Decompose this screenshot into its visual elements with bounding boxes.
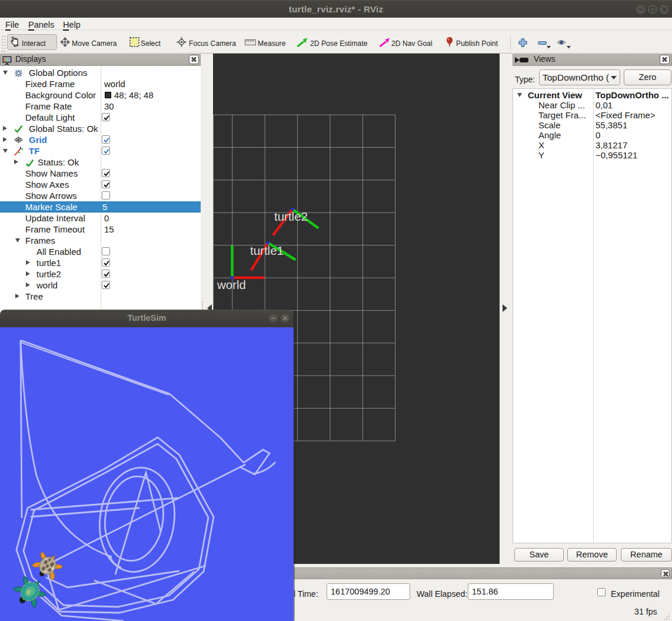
svg-text:turtle2: turtle2 (274, 210, 308, 223)
svg-text:turtle1: turtle1 (250, 244, 284, 257)
svg-text:world: world (217, 278, 246, 291)
